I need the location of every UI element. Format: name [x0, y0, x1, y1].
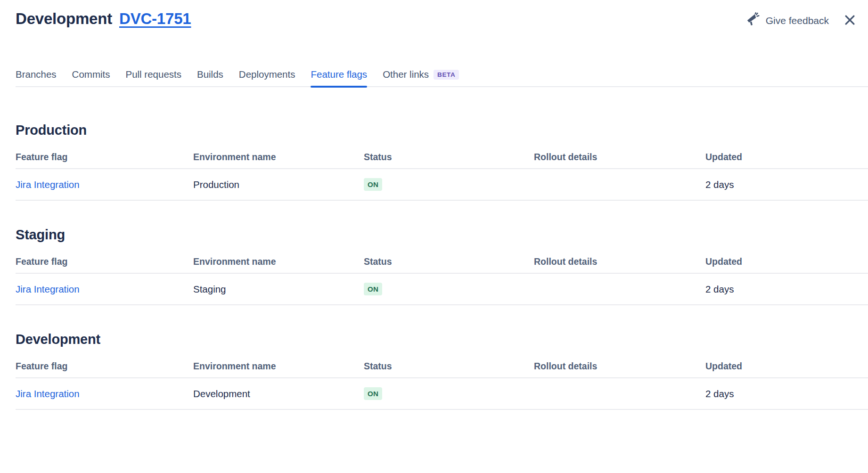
col-updated: Updated	[705, 256, 868, 273]
tab-feature-flags[interactable]: Feature flags	[311, 69, 367, 86]
feature-flags-table: Feature flag Environment name Status Rol…	[16, 360, 868, 410]
section-heading: Development	[16, 331, 868, 348]
close-icon	[843, 13, 857, 28]
tab-deployments-label: Deployments	[239, 69, 295, 80]
col-rollout-details: Rollout details	[534, 360, 705, 378]
updated-cell: 2 days	[705, 169, 868, 200]
dev-panel-tabs: Branches Commits Pull requests Builds De…	[16, 69, 868, 87]
section-production: Production Feature flag Environment name…	[16, 122, 868, 201]
page-title-text: Development	[16, 10, 112, 27]
tab-deployments[interactable]: Deployments	[239, 69, 295, 86]
tab-builds-label: Builds	[197, 69, 223, 80]
feature-flag-link[interactable]: Jira Integration	[16, 179, 80, 190]
col-status: Status	[364, 151, 534, 169]
col-feature-flag: Feature flag	[16, 151, 193, 169]
section-heading: Staging	[16, 226, 868, 243]
status-badge: ON	[364, 283, 382, 295]
tab-other-links[interactable]: Other links BETA	[383, 69, 459, 86]
header-actions: Give feedback	[745, 12, 857, 29]
development-dialog: Development DVC-1751 Give feedback	[0, 0, 868, 410]
col-rollout-details: Rollout details	[534, 151, 705, 169]
updated-cell: 2 days	[705, 378, 868, 409]
feature-flags-table: Feature flag Environment name Status Rol…	[16, 256, 868, 305]
issue-key-link[interactable]: DVC-1751	[119, 10, 191, 27]
col-status: Status	[364, 360, 534, 378]
table-header-row: Feature flag Environment name Status Rol…	[16, 360, 868, 378]
feature-flag-link[interactable]: Jira Integration	[16, 388, 80, 399]
col-updated: Updated	[705, 151, 868, 169]
megaphone-icon	[745, 12, 760, 29]
give-feedback-label: Give feedback	[766, 15, 829, 26]
dialog-header: Development DVC-1751 Give feedback	[16, 0, 868, 29]
tab-other-links-label: Other links	[383, 69, 429, 80]
rollout-details-cell	[534, 273, 705, 305]
feature-flag-link[interactable]: Jira Integration	[16, 284, 80, 294]
table-row: Jira Integration Staging ON 2 days	[16, 273, 868, 305]
col-feature-flag: Feature flag	[16, 256, 193, 273]
table-header-row: Feature flag Environment name Status Rol…	[16, 151, 868, 169]
rollout-details-cell	[534, 378, 705, 409]
page-title: Development DVC-1751	[16, 8, 191, 29]
tab-builds[interactable]: Builds	[197, 69, 223, 86]
tab-commits-label: Commits	[72, 69, 110, 80]
table-row: Jira Integration Production ON 2 days	[16, 169, 868, 200]
environment-name-cell: Staging	[193, 273, 364, 305]
col-rollout-details: Rollout details	[534, 256, 705, 273]
col-status: Status	[364, 256, 534, 273]
status-badge: ON	[364, 387, 382, 400]
section-staging: Staging Feature flag Environment name St…	[16, 226, 868, 305]
section-development: Development Feature flag Environment nam…	[16, 331, 868, 410]
status-badge: ON	[364, 178, 382, 191]
tab-branches-label: Branches	[16, 69, 57, 80]
beta-badge: BETA	[434, 70, 459, 80]
environment-name-cell: Production	[193, 169, 364, 200]
rollout-details-cell	[534, 169, 705, 200]
feature-flags-table: Feature flag Environment name Status Rol…	[16, 151, 868, 201]
tab-pull-requests-label: Pull requests	[125, 69, 181, 80]
table-header-row: Feature flag Environment name Status Rol…	[16, 256, 868, 273]
updated-cell: 2 days	[705, 273, 868, 305]
tab-pull-requests[interactable]: Pull requests	[125, 69, 181, 86]
col-environment-name: Environment name	[193, 256, 364, 273]
close-button[interactable]	[843, 13, 857, 28]
give-feedback-button[interactable]: Give feedback	[745, 12, 829, 29]
table-row: Jira Integration Development ON 2 days	[16, 378, 868, 409]
environment-name-cell: Development	[193, 378, 364, 409]
col-environment-name: Environment name	[193, 151, 364, 169]
col-updated: Updated	[705, 360, 868, 378]
tab-branches[interactable]: Branches	[16, 69, 57, 86]
tab-feature-flags-label: Feature flags	[311, 69, 367, 80]
col-feature-flag: Feature flag	[16, 360, 193, 378]
col-environment-name: Environment name	[193, 360, 364, 378]
tab-commits[interactable]: Commits	[72, 69, 110, 86]
section-heading: Production	[16, 122, 868, 139]
